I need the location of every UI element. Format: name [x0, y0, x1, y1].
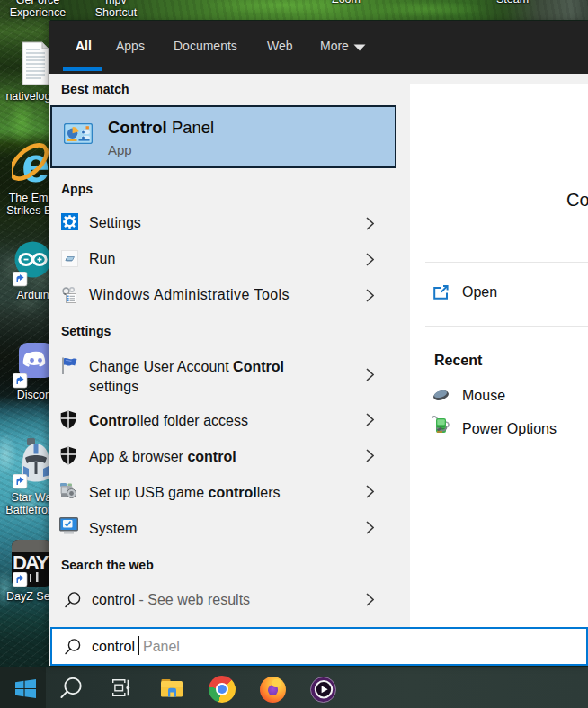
svg-text:DAY: DAY	[13, 551, 49, 574]
